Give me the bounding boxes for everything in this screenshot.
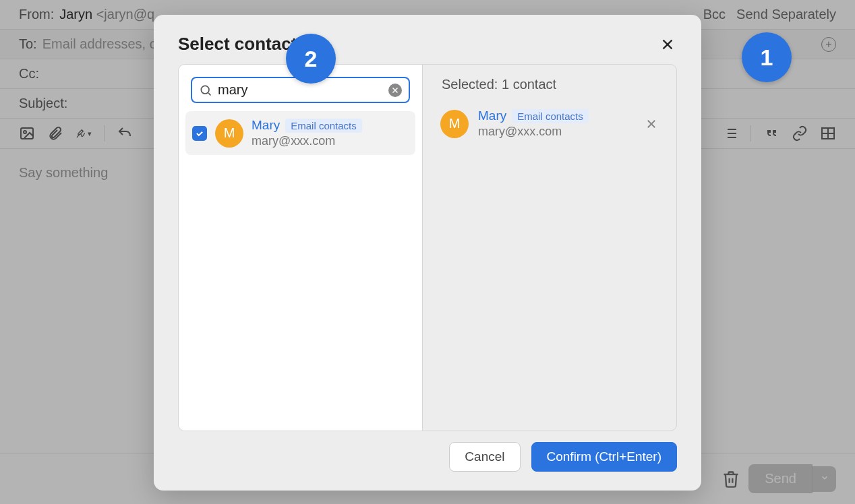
clear-search-icon[interactable] bbox=[388, 84, 402, 97]
svg-point-10 bbox=[201, 86, 209, 94]
annotation-badge-2: 2 bbox=[286, 34, 336, 84]
search-results: M Mary Email contacts mary@xxx.com bbox=[179, 108, 422, 164]
modal-body: M Mary Email contacts mary@xxx.com Selec… bbox=[178, 64, 677, 431]
avatar: M bbox=[215, 119, 243, 148]
annotation-badge-1: 1 bbox=[742, 32, 792, 82]
close-icon[interactable] bbox=[658, 35, 677, 54]
contact-tag: Email contacts bbox=[512, 109, 589, 123]
contact-email: mary@xxx.com bbox=[478, 125, 589, 139]
modal-header: Select contacts bbox=[154, 15, 701, 64]
selected-count: Selected: 1 contact bbox=[442, 77, 661, 92]
contact-name: Mary bbox=[478, 108, 506, 123]
selected-contact: M Mary Email contacts mary@xxx.com bbox=[438, 104, 661, 143]
modal-footer: Cancel Confirm (Ctrl+Enter) bbox=[154, 442, 701, 491]
selected-pane: Selected: 1 contact M Mary Email contact… bbox=[423, 65, 676, 431]
cancel-button[interactable]: Cancel bbox=[449, 442, 520, 472]
contact-checkbox[interactable] bbox=[192, 126, 207, 141]
remove-contact-icon[interactable] bbox=[644, 117, 659, 131]
contact-info: Mary Email contacts mary@xxx.com bbox=[252, 118, 362, 148]
search-pane: M Mary Email contacts mary@xxx.com bbox=[179, 65, 423, 431]
search-icon bbox=[199, 84, 212, 97]
confirm-button[interactable]: Confirm (Ctrl+Enter) bbox=[531, 442, 678, 472]
contact-result[interactable]: M Mary Email contacts mary@xxx.com bbox=[185, 111, 415, 155]
contact-tag: Email contacts bbox=[285, 119, 362, 133]
search-input[interactable] bbox=[218, 82, 388, 98]
select-contacts-modal: Select contacts M bbox=[154, 15, 701, 491]
svg-line-11 bbox=[208, 93, 210, 95]
contact-email: mary@xxx.com bbox=[252, 134, 362, 148]
contact-name: Mary bbox=[252, 118, 280, 133]
avatar: M bbox=[440, 110, 469, 138]
contact-info: Mary Email contacts mary@xxx.com bbox=[478, 108, 589, 139]
